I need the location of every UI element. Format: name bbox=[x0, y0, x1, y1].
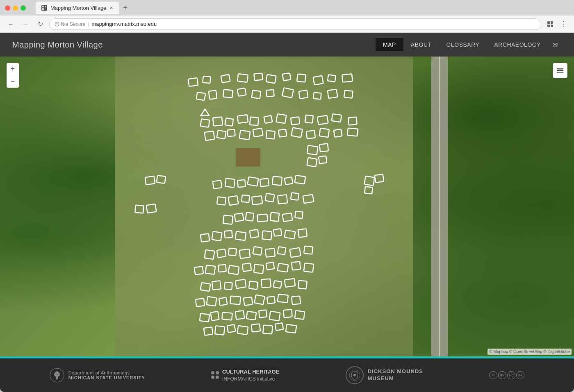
msu-footer-logo: Department of Anthropology MICHIGAN STAT… bbox=[50, 368, 145, 383]
creative-commons-logo: © BY NC SA bbox=[489, 371, 524, 379]
dept-line1: Department of Anthropology bbox=[68, 370, 145, 375]
svg-rect-2 bbox=[45, 6, 46, 7]
svg-rect-3 bbox=[42, 8, 44, 10]
svg-rect-1 bbox=[42, 6, 44, 7]
browser-window: Mapping Morton Village ✕ + ← → ↻ Not Sec… bbox=[0, 0, 574, 392]
site-logo: Mapping Morton Village bbox=[12, 40, 103, 50]
tab-bar: Mapping Morton Village ✕ + bbox=[36, 2, 569, 14]
tab-favicon-icon bbox=[41, 5, 47, 11]
site-footer: Department of Anthropology MICHIGAN STAT… bbox=[0, 358, 574, 392]
field-overlay bbox=[115, 57, 413, 356]
svg-rect-9 bbox=[547, 25, 550, 27]
layers-icon bbox=[556, 66, 564, 75]
zoom-in-button[interactable]: + bbox=[7, 63, 19, 75]
browser-titlebar: Mapping Morton Village ✕ + bbox=[0, 0, 574, 16]
chi-dots bbox=[211, 371, 219, 379]
chi-text: CULTURAL HERITAGE INFORMATICS initiative bbox=[222, 368, 279, 383]
address-bar[interactable]: Not Secure | mappingmv.matrix.msu.edu bbox=[49, 18, 541, 30]
msu-spartan-icon bbox=[50, 368, 64, 383]
new-tab-button[interactable]: + bbox=[121, 4, 130, 12]
msu-text: Department of Anthropology MICHIGAN STAT… bbox=[68, 370, 145, 380]
back-button[interactable]: ← bbox=[5, 18, 16, 30]
dickson-label: DICKSON MOUNDS bbox=[368, 368, 423, 375]
traffic-lights bbox=[5, 5, 26, 11]
minimize-button[interactable] bbox=[13, 5, 18, 11]
chi-footer-logo: CULTURAL HERITAGE INFORMATICS initiative bbox=[211, 368, 279, 383]
active-tab[interactable]: Mapping Morton Village ✕ bbox=[36, 2, 119, 14]
close-button[interactable] bbox=[5, 5, 10, 11]
cc-main-icon: © bbox=[489, 371, 497, 379]
tab-title: Mapping Morton Village bbox=[50, 5, 106, 11]
extensions-button[interactable] bbox=[544, 18, 556, 30]
nav-about[interactable]: ABOUT bbox=[403, 38, 439, 51]
svg-rect-8 bbox=[551, 21, 553, 24]
dept-line2: MICHIGAN STATE UNIVERSITY bbox=[68, 375, 145, 380]
svg-rect-7 bbox=[547, 21, 550, 24]
dickson-footer-logo: DICKSON MOUNDS MUSEUM bbox=[346, 366, 423, 384]
forward-button[interactable]: → bbox=[20, 18, 31, 30]
dickson-emblem-icon bbox=[348, 369, 361, 381]
url-separator: | bbox=[88, 21, 89, 27]
nav-map[interactable]: MAP bbox=[376, 38, 403, 51]
site-nav: MAP ABOUT GLOSSARY ARCHAEOLOGY ✉ bbox=[376, 38, 562, 52]
svg-rect-156 bbox=[557, 72, 563, 73]
security-indicator: Not Secure bbox=[55, 21, 85, 27]
cc-by-icon: BY bbox=[498, 371, 506, 379]
nav-archaeology[interactable]: ARCHAEOLOGY bbox=[487, 38, 548, 51]
svg-point-6 bbox=[57, 25, 57, 26]
svg-rect-10 bbox=[551, 25, 553, 27]
chi-label: CULTURAL HERITAGE bbox=[222, 369, 279, 375]
toolbar-actions: ⋮ bbox=[544, 18, 569, 30]
road-overlay bbox=[431, 57, 448, 356]
cc-sa-icon: SA bbox=[516, 371, 524, 379]
nav-glossary[interactable]: GLOSSARY bbox=[439, 38, 487, 51]
aerial-background bbox=[0, 57, 574, 356]
map-area[interactable]: + − © Mapbox © OpenStreetMap © DigitalGl… bbox=[0, 57, 574, 356]
site-content: Mapping Morton Village MAP ABOUT GLOSSAR… bbox=[0, 33, 574, 392]
svg-rect-158 bbox=[557, 68, 563, 70]
cc-nc-icon: NC bbox=[507, 371, 515, 379]
dickson-coin-icon bbox=[346, 366, 364, 384]
extensions-icon bbox=[547, 20, 554, 28]
layers-button[interactable] bbox=[553, 63, 567, 78]
browser-toolbar: ← → ↻ Not Secure | mappingmv.matrix.msu.… bbox=[0, 16, 574, 33]
more-button[interactable]: ⋮ bbox=[558, 18, 569, 30]
url-text: mappingmv.matrix.msu.edu bbox=[91, 21, 157, 27]
email-icon[interactable]: ✉ bbox=[548, 38, 562, 52]
svg-rect-157 bbox=[557, 70, 563, 71]
cc-icons: © BY NC SA bbox=[489, 371, 524, 379]
maximize-button[interactable] bbox=[20, 5, 26, 11]
map-controls: + − bbox=[7, 63, 19, 88]
dickson-text: DICKSON MOUNDS MUSEUM bbox=[368, 368, 423, 382]
chi-sub: INFORMATICS initiative bbox=[222, 376, 279, 383]
tab-close-button[interactable]: ✕ bbox=[109, 5, 113, 11]
map-attribution: © Mapbox © OpenStreetMap © DigitalGlobe bbox=[487, 349, 572, 355]
svg-point-162 bbox=[353, 374, 356, 376]
zoom-out-button[interactable]: − bbox=[7, 75, 19, 88]
not-secure-icon bbox=[55, 22, 59, 27]
not-secure-text: Not Secure bbox=[61, 21, 85, 27]
site-header: Mapping Morton Village MAP ABOUT GLOSSAR… bbox=[0, 33, 574, 57]
dickson-sub: MUSEUM bbox=[368, 375, 423, 382]
reload-button[interactable]: ↻ bbox=[34, 18, 46, 30]
